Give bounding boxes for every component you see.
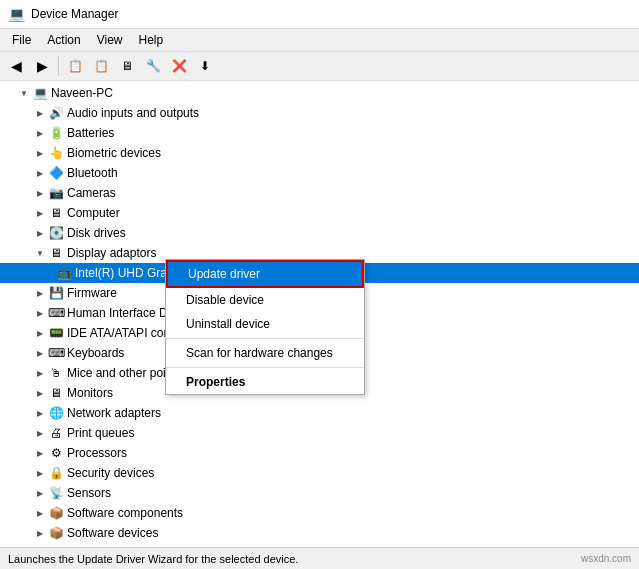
app-icon: 💻 [8, 6, 25, 22]
tree-label-network: Network adapters [67, 406, 639, 420]
toolbar-uninstall[interactable]: ❌ [167, 54, 191, 78]
tree-label-biometric: Biometric devices [67, 146, 639, 160]
tree-item-biometric[interactable]: ▶ 👆 Biometric devices [0, 143, 639, 163]
ctx-update-driver[interactable]: Update driver [166, 260, 364, 288]
tree-toggle-sensors[interactable]: ▶ [32, 485, 48, 501]
firmware-icon: 💾 [48, 285, 64, 301]
tree-label-security: Security devices [67, 466, 639, 480]
intel-icon: 📺 [56, 265, 72, 281]
mice-icon: 🖱 [48, 365, 64, 381]
tree-item-audio[interactable]: ▶ 🔊 Audio inputs and outputs [0, 103, 639, 123]
toolbar-add[interactable]: ⬇ [193, 54, 217, 78]
ctx-uninstall-device[interactable]: Uninstall device [166, 312, 364, 336]
tree-item-diskdrives[interactable]: ▶ 💽 Disk drives [0, 223, 639, 243]
tree-item-bluetooth[interactable]: ▶ 🔷 Bluetooth [0, 163, 639, 183]
tree-item-batteries[interactable]: ▶ 🔋 Batteries [0, 123, 639, 143]
tree-toggle-ideata[interactable]: ▶ [32, 325, 48, 341]
tree-item-processors[interactable]: ▶ ⚙ Processors [0, 443, 639, 463]
tree-toggle-softwaredev[interactable]: ▶ [32, 525, 48, 541]
humaninterface-icon: ⌨ [48, 305, 64, 321]
status-text: Launches the Update Driver Wizard for th… [8, 553, 298, 565]
menu-action[interactable]: Action [39, 31, 88, 49]
audio-icon: 🔊 [48, 105, 64, 121]
tree-toggle-display[interactable]: ▼ [32, 245, 48, 261]
tree-toggle-diskdrives[interactable]: ▶ [32, 225, 48, 241]
softwarecomp-icon: 📦 [48, 505, 64, 521]
ctx-scan-hardware[interactable]: Scan for hardware changes [166, 341, 364, 365]
menu-bar: File Action View Help [0, 29, 639, 52]
tree-toggle-root[interactable]: ▼ [16, 85, 32, 101]
tree-toggle-audio[interactable]: ▶ [32, 105, 48, 121]
diskdrives-icon: 💽 [48, 225, 64, 241]
tree-toggle-keyboards[interactable]: ▶ [32, 345, 48, 361]
tree-item-printqueues[interactable]: ▶ 🖨 Print queues [0, 423, 639, 443]
toolbar: ◀ ▶ 📋 📋 🖥 🔧 ❌ ⬇ [0, 52, 639, 81]
ctx-separator-1 [166, 338, 364, 339]
computer-icon: 💻 [32, 85, 48, 101]
tree-toggle-humaninterface[interactable]: ▶ [32, 305, 48, 321]
main-area: ▼ 💻 Naveen-PC ▶ 🔊 Audio inputs and outpu… [0, 81, 639, 547]
menu-help[interactable]: Help [131, 31, 172, 49]
tree-toggle-firmware[interactable]: ▶ [32, 285, 48, 301]
tree-toggle-cameras[interactable]: ▶ [32, 185, 48, 201]
ctx-properties[interactable]: Properties [166, 370, 364, 394]
monitors-icon: 🖥 [48, 385, 64, 401]
network-icon: 🌐 [48, 405, 64, 421]
printqueues-icon: 🖨 [48, 425, 64, 441]
tree-toggle-computer[interactable]: ▶ [32, 205, 48, 221]
tree-toggle-printqueues[interactable]: ▶ [32, 425, 48, 441]
tree-toggle-softwarecomp[interactable]: ▶ [32, 505, 48, 521]
softwaredev-icon: 📦 [48, 525, 64, 541]
menu-view[interactable]: View [89, 31, 131, 49]
toolbar-scan[interactable]: 🔧 [141, 54, 165, 78]
tree-toggle-network[interactable]: ▶ [32, 405, 48, 421]
tree-item-softwarecomp[interactable]: ▶ 📦 Software components [0, 503, 639, 523]
toolbar-properties[interactable]: 📋 [63, 54, 87, 78]
bluetooth-icon: 🔷 [48, 165, 64, 181]
status-bar: Launches the Update Driver Wizard for th… [0, 547, 639, 569]
ctx-disable-device[interactable]: Disable device [166, 288, 364, 312]
tree-root-label: Naveen-PC [51, 86, 639, 100]
tree-label-cameras: Cameras [67, 186, 639, 200]
tree-toggle-biometric[interactable]: ▶ [32, 145, 48, 161]
toolbar-forward[interactable]: ▶ [30, 54, 54, 78]
display-icon: 🖥 [48, 245, 64, 261]
ideata-icon: 📟 [48, 325, 64, 341]
toolbar-sep-1 [58, 56, 59, 76]
toolbar-update[interactable]: 📋 [89, 54, 113, 78]
tree-item-softwaredev[interactable]: ▶ 📦 Software devices [0, 523, 639, 543]
tree-label-softwarecomp: Software components [67, 506, 639, 520]
toolbar-back[interactable]: ◀ [4, 54, 28, 78]
tree-label-printqueues: Print queues [67, 426, 639, 440]
tree-item-cameras[interactable]: ▶ 📷 Cameras [0, 183, 639, 203]
biometric-icon: 👆 [48, 145, 64, 161]
tree-toggle-monitors[interactable]: ▶ [32, 385, 48, 401]
computer-icon: 🖥 [48, 205, 64, 221]
tree-item-security[interactable]: ▶ 🔒 Security devices [0, 463, 639, 483]
tree-label-sound: Sound, video and game controllers [67, 546, 639, 547]
tree-label-bluetooth: Bluetooth [67, 166, 639, 180]
tree-label-display: Display adaptors [67, 246, 639, 260]
tree-item-sound[interactable]: ▶ 🎮 Sound, video and game controllers [0, 543, 639, 547]
tree-toggle-security[interactable]: ▶ [32, 465, 48, 481]
tree-toggle-processors[interactable]: ▶ [32, 445, 48, 461]
tree-label-audio: Audio inputs and outputs [67, 106, 639, 120]
tree-toggle-sound[interactable]: ▶ [32, 545, 48, 547]
app-title: Device Manager [31, 7, 118, 21]
toolbar-display[interactable]: 🖥 [115, 54, 139, 78]
tree-root[interactable]: ▼ 💻 Naveen-PC [0, 83, 639, 103]
tree-toggle-mice[interactable]: ▶ [32, 365, 48, 381]
tree-label-computer: Computer [67, 206, 639, 220]
tree-toggle-bluetooth[interactable]: ▶ [32, 165, 48, 181]
tree-item-sensors[interactable]: ▶ 📡 Sensors [0, 483, 639, 503]
tree-item-network[interactable]: ▶ 🌐 Network adapters [0, 403, 639, 423]
tree-toggle-batteries[interactable]: ▶ [32, 125, 48, 141]
sensors-icon: 📡 [48, 485, 64, 501]
context-menu: Update driver Disable device Uninstall d… [165, 259, 365, 395]
processors-icon: ⚙ [48, 445, 64, 461]
tree-toggle-intel [48, 265, 56, 281]
menu-file[interactable]: File [4, 31, 39, 49]
tree-label-batteries: Batteries [67, 126, 639, 140]
tree-label-softwaredev: Software devices [67, 526, 639, 540]
tree-item-computer[interactable]: ▶ 🖥 Computer [0, 203, 639, 223]
